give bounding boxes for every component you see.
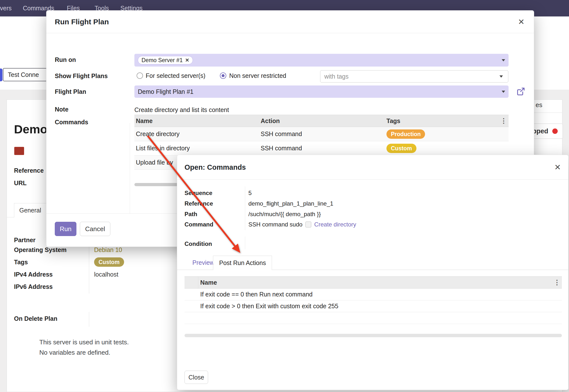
tab-post-run-actions[interactable]: Post Run Actions xyxy=(213,256,272,270)
run-on-multiselect[interactable]: Demo Server #1 ✕ xyxy=(134,54,509,67)
close-button[interactable]: Close xyxy=(185,371,208,384)
color-swatch[interactable] xyxy=(14,147,24,155)
cell-tags: Custom xyxy=(386,144,509,153)
form-column-divider xyxy=(89,312,89,327)
table-row-empty xyxy=(185,312,562,324)
flight-plan-select[interactable]: Demo Flight Plan #1 xyxy=(134,85,509,98)
field-label-commands: Commands xyxy=(55,119,88,126)
unit-test-note-line2: No variables are defined. xyxy=(39,349,110,356)
cell-action: SSH command xyxy=(261,145,386,152)
column-header-tags[interactable]: Tags xyxy=(386,117,499,125)
cancel-button[interactable]: Cancel xyxy=(80,222,110,236)
primary-button-fragment[interactable] xyxy=(0,69,2,81)
field-value-sequence: 5 xyxy=(248,190,252,196)
kebab-menu-icon[interactable]: ⋮ xyxy=(552,279,562,286)
close-icon[interactable]: ✕ xyxy=(518,11,525,33)
form-column-divider xyxy=(89,247,89,294)
field-label-flight-plan: Flight Plan xyxy=(55,88,86,95)
with-tags-input[interactable] xyxy=(320,70,508,83)
field-label-reference: Reference xyxy=(14,167,44,174)
post-run-actions-table: Name ⋮ If exit code == 0 then Run next c… xyxy=(185,276,562,324)
field-label-command: Command xyxy=(185,221,248,228)
chatter-divider xyxy=(531,112,562,113)
kebab-menu-icon[interactable]: ⋮ xyxy=(499,117,509,125)
status-dot-icon xyxy=(552,128,558,134)
field-label-path: Path xyxy=(185,211,248,218)
tag-badge-custom: Custom xyxy=(386,144,416,153)
column-header-action[interactable]: Action xyxy=(261,117,386,125)
chevron-down-icon xyxy=(502,91,505,93)
tag-badge-custom[interactable]: Custom xyxy=(94,257,124,267)
tag-badge-production: Production xyxy=(386,129,425,139)
create-directory-link[interactable]: Create directory xyxy=(314,221,356,228)
field-label-run-on: Run on xyxy=(55,56,76,63)
open-commands-modal: Open: Commands ✕ Sequence 5 Reference de… xyxy=(177,155,569,390)
cell-tags: Production xyxy=(386,129,509,139)
field-row-path: Path /such/much/{{ demo_path }} xyxy=(185,209,321,219)
screen: vers Commands Files Tools Settings Test … xyxy=(0,0,569,392)
flight-plan-description: Create directory and list its content xyxy=(134,106,229,113)
modal-title: Run Flight Plan xyxy=(55,11,109,33)
field-value-command: SSH command sudo xyxy=(248,221,302,228)
table-header-row: Name ⋮ xyxy=(185,276,562,289)
selected-server-chip[interactable]: Demo Server #1 ✕ xyxy=(138,56,193,64)
field-label-note: Note xyxy=(55,106,69,113)
field-value-path: /such/much/{{ demo_path }} xyxy=(248,211,321,218)
close-icon[interactable]: ✕ xyxy=(554,155,561,180)
field-label-partner: Partner xyxy=(14,237,36,244)
chatter-tab-fragment[interactable]: es xyxy=(536,101,542,109)
unit-test-note-line1: This server is used in unit tests. xyxy=(39,338,129,346)
run-button[interactable]: Run xyxy=(55,222,76,236)
table-row[interactable]: Create directory SSH command Production xyxy=(134,127,509,141)
field-value-operating-system[interactable]: Debian 10 xyxy=(94,246,122,253)
page-title: Demo xyxy=(14,122,47,136)
field-value-ipv4: localhost xyxy=(94,271,118,278)
modal-header: Open: Commands ✕ xyxy=(177,155,568,180)
field-label-ipv6: IPv6 Address xyxy=(14,283,53,290)
field-label-url: URL xyxy=(14,180,27,187)
radio-non-server-restricted[interactable] xyxy=(220,72,226,79)
horizontal-scrollbar-track[interactable] xyxy=(185,334,562,337)
modal-header: Run Flight Plan ✕ xyxy=(46,11,534,33)
nav-item-servers[interactable]: vers xyxy=(0,0,12,16)
field-row-sequence: Sequence 5 xyxy=(185,188,252,198)
chip-remove-icon[interactable]: ✕ xyxy=(185,57,189,63)
chevron-down-icon xyxy=(502,59,505,61)
radio-for-selected-servers[interactable] xyxy=(137,72,143,79)
chevron-down-icon xyxy=(499,75,503,78)
cell-name: List files in directory xyxy=(134,145,261,152)
cell-action: SSH command xyxy=(261,130,386,138)
column-header-name[interactable]: Name xyxy=(198,279,552,286)
create-directory-checkbox[interactable] xyxy=(305,222,311,227)
field-row-command: Command SSH command sudo Create director… xyxy=(185,220,356,229)
field-value-reference: demo_flight_plan_1_plan_line_1 xyxy=(248,200,333,207)
chip-label: Demo Server #1 xyxy=(142,57,183,64)
field-row-reference: Reference demo_flight_plan_1_plan_line_1 xyxy=(185,199,333,209)
field-label-reference: Reference xyxy=(185,200,248,207)
modal-title: Open: Commands xyxy=(185,155,246,180)
column-header-name[interactable]: Name xyxy=(134,117,261,125)
radio-label-non-server-restricted[interactable]: Non server restricted xyxy=(229,72,286,79)
row-number-column xyxy=(185,277,198,288)
field-label-condition: Condition xyxy=(185,240,212,247)
field-label-on-delete-plan: On Delete Plan xyxy=(14,315,57,322)
form-column-divider xyxy=(130,123,130,213)
form-column-divider xyxy=(245,186,245,230)
table-row[interactable]: If exit code > 0 then Exit with custom e… xyxy=(185,300,562,312)
form-column-divider xyxy=(245,237,245,249)
field-label-ipv4: IPv4 Address xyxy=(14,271,53,278)
status-badge-label: pped xyxy=(532,127,548,135)
tab-general[interactable]: General xyxy=(14,203,46,217)
radio-label-for-selected-servers[interactable]: For selected server(s) xyxy=(146,72,205,79)
external-link-icon[interactable] xyxy=(516,86,526,97)
cell-name: Create directory xyxy=(134,130,261,138)
field-label-operating-system: Operating System xyxy=(14,246,67,253)
field-label-tags: Tags xyxy=(14,259,28,266)
table-header-row: Name Action Tags ⋮ xyxy=(134,115,509,127)
table-row[interactable]: List files in directory SSH command Cust… xyxy=(134,141,509,155)
table-row[interactable]: If exit code == 0 then Run next command xyxy=(185,289,562,300)
flight-plan-value: Demo Flight Plan #1 xyxy=(138,88,194,95)
field-label-sequence: Sequence xyxy=(185,190,248,196)
field-label-show-flight-plans: Show Flight Plans xyxy=(55,72,108,80)
